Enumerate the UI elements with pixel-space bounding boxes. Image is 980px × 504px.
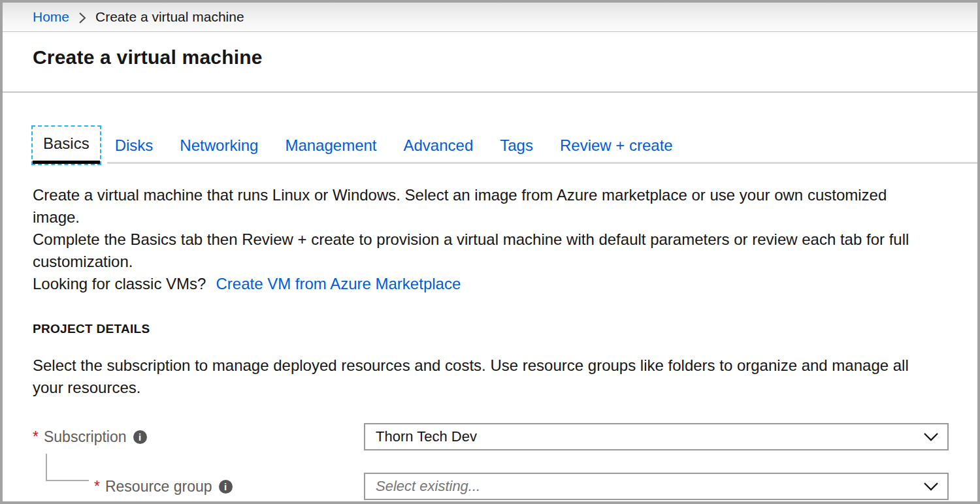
project-details-description: Select the subscription to manage deploy… [33,354,949,399]
tab-strip-divider [107,162,977,164]
tab-strip: Basics Disks Networking Management Advan… [3,127,977,164]
tab-networking[interactable]: Networking [180,136,258,155]
subscription-label-cell: * Subscription i [33,428,364,446]
classic-vm-row: Looking for classic VMs? Create VM from … [33,273,949,295]
classic-vm-question: Looking for classic VMs? [33,273,206,295]
field-connector-line [46,454,89,481]
page-header: Create a virtual machine [3,32,977,93]
classic-vm-marketplace-link[interactable]: Create VM from Azure Marketplace [216,273,461,295]
chevron-right-icon [78,12,86,24]
tab-disks[interactable]: Disks [115,136,154,155]
required-asterisk: * [94,478,100,496]
required-asterisk: * [33,428,39,446]
resource-group-row: * Resource group i Select existing... [33,473,949,500]
tab-advanced[interactable]: Advanced [404,136,474,155]
tab-management[interactable]: Management [285,136,376,155]
basics-tab-content: Create a virtual machine that runs Linux… [3,184,977,500]
resource-group-placeholder: Select existing... [376,478,480,495]
subscription-row: * Subscription i Thorn Tech Dev [33,423,949,450]
project-details-form: * Subscription i Thorn Tech Dev * Resour… [33,423,949,500]
resource-group-dropdown[interactable]: Select existing... [364,473,949,500]
subscription-label: Subscription [44,428,127,446]
resource-group-label: Resource group [105,478,212,496]
tab-tags[interactable]: Tags [500,136,533,155]
subscription-dropdown[interactable]: Thorn Tech Dev [364,423,949,450]
breadcrumb-current: Create a virtual machine [95,9,244,25]
breadcrumb: Home Create a virtual machine [3,3,977,32]
chevron-down-icon [924,428,938,445]
tab-basics[interactable]: Basics [33,127,100,164]
intro-text: Create a virtual machine that runs Linux… [33,184,949,273]
project-details-heading: PROJECT DETAILS [33,322,949,336]
subscription-value: Thorn Tech Dev [376,428,477,445]
breadcrumb-home-link[interactable]: Home [33,9,69,25]
chevron-down-icon [924,478,938,495]
info-icon[interactable]: i [219,480,233,494]
tab-review-create[interactable]: Review + create [560,136,673,155]
create-vm-page: Home Create a virtual machine Create a v… [0,0,980,504]
page-title: Create a virtual machine [33,46,977,69]
info-icon[interactable]: i [133,430,147,444]
